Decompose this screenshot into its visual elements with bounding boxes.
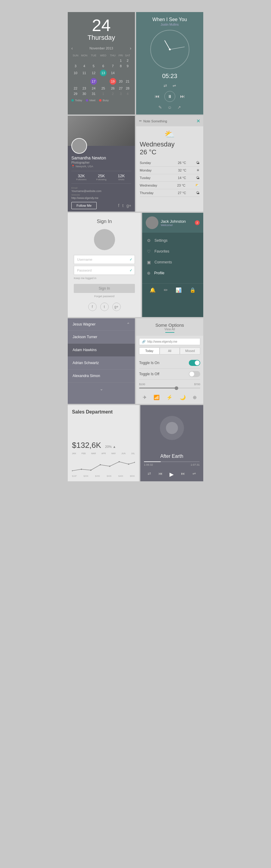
toggle-on-switch[interactable] xyxy=(189,360,200,366)
slider-track[interactable] xyxy=(139,388,200,389)
cal-cell[interactable]: 28 xyxy=(124,86,131,91)
options-view-all[interactable]: View All xyxy=(140,328,200,331)
cal-cell[interactable]: 31 xyxy=(89,91,98,96)
ae-rewind-icon[interactable]: ⏮ xyxy=(158,471,163,478)
lock-icon[interactable]: 🔒 xyxy=(190,287,196,293)
facebook-icon[interactable]: f xyxy=(118,203,119,208)
ae-repeat-icon[interactable]: ⇌ xyxy=(193,471,196,478)
cal-cell[interactable]: 29 xyxy=(71,91,80,96)
bluetooth-icon[interactable]: ⚡ xyxy=(167,395,173,400)
cal-next-arrow[interactable]: › xyxy=(130,46,131,51)
cal-cell[interactable] xyxy=(71,58,80,63)
chart-icon[interactable]: 📊 xyxy=(175,287,181,293)
fastforward-icon[interactable]: ⏭ xyxy=(180,94,185,99)
notification-badge[interactable]: 2 xyxy=(195,220,200,225)
list-item-adrian[interactable]: Adrian Schwartz xyxy=(68,356,135,370)
cal-cell[interactable]: 1 xyxy=(118,58,124,63)
follow-button[interactable]: Follow Me xyxy=(71,202,97,209)
cal-cell[interactable]: 27 xyxy=(118,86,124,91)
list-item-alexandra[interactable]: Alexandra Simon xyxy=(68,370,135,382)
toggle-off-switch[interactable] xyxy=(189,371,200,377)
cal-cell[interactable]: 2 xyxy=(108,91,118,96)
cal-cell[interactable]: 1 xyxy=(98,91,108,96)
list-item-jackson[interactable]: Jackson Turner xyxy=(68,331,135,344)
cal-cell[interactable]: 21 xyxy=(124,77,131,86)
slider-thumb[interactable] xyxy=(175,386,178,390)
cal-cell[interactable]: 20 xyxy=(118,77,124,86)
cal-meet[interactable]: 17 xyxy=(90,78,97,85)
pause-button[interactable]: ⏸ xyxy=(164,91,175,102)
menu-item-favorites[interactable]: ♡ Favorites xyxy=(142,246,203,257)
forgot-password-link[interactable]: Forget password xyxy=(94,295,114,298)
cal-cell[interactable]: 9 xyxy=(124,63,131,69)
cal-cell[interactable]: 5 xyxy=(89,63,98,69)
cal-cell[interactable] xyxy=(108,58,118,63)
cal-cell[interactable]: 7 xyxy=(108,63,118,69)
cal-cell[interactable]: 3 xyxy=(118,91,124,96)
cal-cell[interactable]: 14 xyxy=(108,69,118,77)
pencil-icon[interactable]: ✏ xyxy=(164,287,168,293)
cal-cell[interactable]: 4 xyxy=(80,63,89,69)
share-icon[interactable]: ↗ xyxy=(177,105,181,110)
menu-item-profile[interactable]: ⊕ Profile xyxy=(142,268,203,278)
cal-cell[interactable]: 23 xyxy=(80,86,89,91)
cal-cell[interactable]: 3 xyxy=(71,63,80,69)
password-input[interactable] xyxy=(74,266,135,275)
cal-cell[interactable] xyxy=(80,77,89,86)
afterearth-progress-bar[interactable] xyxy=(144,461,200,462)
cal-cell[interactable]: 6 xyxy=(98,63,108,69)
ae-forward-icon[interactable]: ⏭ xyxy=(181,471,185,478)
tab-missed[interactable]: Missed xyxy=(180,347,200,354)
cal-cell[interactable] xyxy=(98,58,108,63)
bell-icon[interactable]: 🔔 xyxy=(150,287,156,293)
cal-cell[interactable] xyxy=(71,77,80,86)
googleplus-signin-button[interactable]: g+ xyxy=(112,303,121,311)
cal-cell[interactable]: 19 xyxy=(108,77,118,86)
list-item-adam[interactable]: Adam Hawkins xyxy=(68,344,135,356)
username-input[interactable] xyxy=(74,255,135,264)
cal-cell[interactable]: 4 xyxy=(124,91,131,96)
cal-cell[interactable]: 12 xyxy=(89,69,98,77)
moon-icon[interactable]: 🌙 xyxy=(180,395,186,400)
shuffle-icon[interactable]: ⇄ xyxy=(164,83,167,88)
cal-today[interactable]: 13 xyxy=(100,70,107,76)
googleplus-icon[interactable]: g+ xyxy=(127,203,131,208)
cal-cell[interactable]: 25 xyxy=(98,86,108,91)
ae-play-icon[interactable]: ▶ xyxy=(170,471,174,478)
cal-cell[interactable] xyxy=(89,58,98,63)
ae-shuffle-icon[interactable]: ⇄ xyxy=(147,471,151,478)
cal-busy[interactable]: 19 xyxy=(110,78,116,85)
cal-cell[interactable] xyxy=(98,77,108,86)
tab-today[interactable]: Today xyxy=(139,347,160,354)
cal-prev-arrow[interactable]: ‹ xyxy=(71,46,73,51)
cal-cell[interactable] xyxy=(80,58,89,63)
chevron-up-icon[interactable]: ⌃ xyxy=(127,322,130,327)
signin-button[interactable]: Sign In xyxy=(74,284,135,293)
smile-icon[interactable]: ☺ xyxy=(167,105,172,110)
edit-icon[interactable]: ✎ xyxy=(158,105,162,110)
rewind-icon[interactable]: ⏮ xyxy=(155,94,160,99)
cal-cell[interactable] xyxy=(118,69,124,77)
cal-cell[interactable]: 22 xyxy=(71,86,80,91)
wifi-icon[interactable]: 📶 xyxy=(154,395,160,400)
cal-cell[interactable]: 24 xyxy=(89,86,98,91)
location-icon[interactable]: ⊕ xyxy=(193,395,197,400)
cal-cell[interactable]: 13 xyxy=(98,69,108,77)
cal-cell[interactable] xyxy=(124,69,131,77)
note-close-button[interactable]: ✕ xyxy=(196,118,200,124)
cal-cell[interactable]: 10 xyxy=(71,69,80,77)
cal-cell[interactable]: 2 xyxy=(124,58,131,63)
facebook-signin-button[interactable]: f xyxy=(88,303,97,311)
twitter-icon[interactable]: t xyxy=(122,203,124,208)
cal-cell[interactable]: 17 xyxy=(89,77,98,86)
menu-item-settings[interactable]: ⚙ Settings xyxy=(142,235,203,246)
cal-cell[interactable]: 8 xyxy=(118,63,124,69)
twitter-signin-button[interactable]: t xyxy=(100,303,109,311)
menu-item-comments[interactable]: ▣ Comments xyxy=(142,257,203,268)
repeat-icon[interactable]: ⇌ xyxy=(173,83,176,88)
tab-all[interactable]: All xyxy=(160,347,180,354)
cal-cell[interactable]: 30 xyxy=(80,91,89,96)
chevron-down-icon[interactable]: ⌄ xyxy=(100,386,103,391)
cal-cell[interactable]: 11 xyxy=(80,69,89,77)
url-text[interactable]: http://www.elgendy.me xyxy=(147,340,177,343)
